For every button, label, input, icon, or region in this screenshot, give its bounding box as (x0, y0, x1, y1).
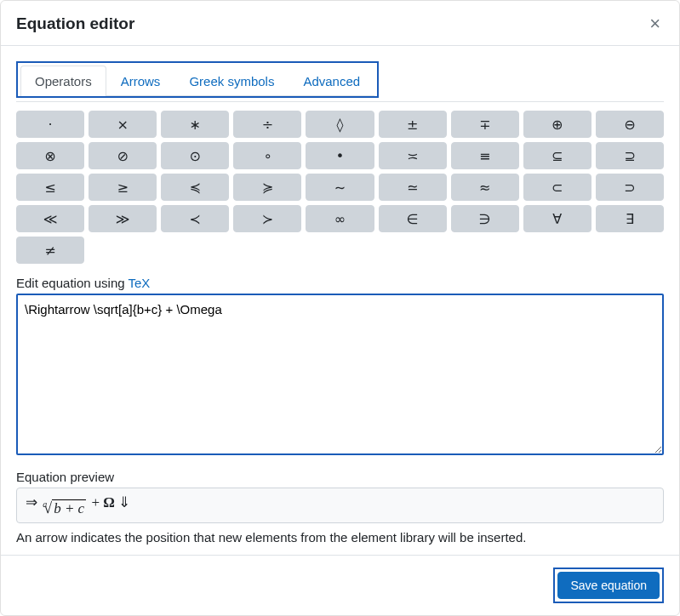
operator-button[interactable]: ∘ (233, 142, 301, 169)
operator-button[interactable]: ≡ (451, 142, 519, 169)
save-equation-button[interactable]: Save equation (557, 572, 660, 599)
close-button[interactable]: × (646, 14, 664, 33)
tabs-highlight-frame: OperatorsArrowsGreek symbolsAdvanced (16, 61, 379, 98)
operator-button[interactable]: ∀ (523, 205, 591, 232)
equation-editor-modal: Equation editor × OperatorsArrowsGreek s… (0, 0, 680, 616)
operator-grid: ·×∗÷◊±∓⊕⊖⊗⊘⊙∘•≍≡⊆⊇≤≥≼≽∼≃≈⊂⊃≪≫≺≻∞∈∋∀∃≠ (16, 111, 664, 264)
tex-input[interactable]: \Rightarrow \sqrt[a]{b+c} + \Omega (16, 294, 664, 455)
modal-header: Equation editor × (1, 1, 679, 46)
operator-button[interactable]: ≠ (16, 237, 84, 264)
preview-root: a √ b + c (43, 499, 86, 517)
operator-button[interactable]: ≤ (16, 174, 84, 201)
operator-button[interactable]: ≪ (16, 205, 84, 232)
preview-root-body: b + c (52, 499, 86, 517)
preview-omega: Ω (103, 494, 115, 510)
insert-help-text: An arrow indicates the position that new… (16, 530, 664, 545)
operator-button[interactable]: ⊖ (596, 111, 664, 138)
operator-button[interactable]: ∃ (596, 205, 664, 232)
preview-plus: + (91, 494, 100, 510)
operator-button[interactable]: ≍ (379, 142, 447, 169)
operator-button[interactable]: ∈ (379, 205, 447, 232)
operator-button[interactable]: ∗ (161, 111, 229, 138)
operator-button[interactable]: ≻ (233, 205, 301, 232)
save-highlight-frame: Save equation (553, 568, 664, 603)
operator-button[interactable]: ∞ (306, 205, 374, 232)
operator-button[interactable]: ≥ (89, 174, 157, 201)
tab-advanced[interactable]: Advanced (289, 66, 374, 96)
edit-equation-label: Edit equation using TeX (16, 276, 664, 290)
tab-arrows[interactable]: Arrows (106, 66, 175, 96)
preview-label: Equation preview (16, 470, 664, 484)
operator-button[interactable]: ⊕ (523, 111, 591, 138)
operator-button[interactable]: ⊙ (161, 142, 229, 169)
operator-button[interactable]: · (16, 111, 84, 138)
operator-button[interactable]: ∓ (451, 111, 519, 138)
modal-body: OperatorsArrowsGreek symbolsAdvanced ·×∗… (1, 46, 679, 555)
operator-button[interactable]: ≫ (89, 205, 157, 232)
tab-greek-symbols[interactable]: Greek symbols (174, 66, 289, 96)
modal-title: Equation editor (16, 14, 134, 33)
preview-insert-marker: ⇓ (118, 494, 130, 510)
operator-button[interactable]: ⊇ (596, 142, 664, 169)
equation-preview: ⇒ a √ b + c + Ω ⇓ (16, 488, 664, 523)
tabs: OperatorsArrowsGreek symbolsAdvanced (20, 66, 374, 96)
operator-button[interactable]: ÷ (233, 111, 301, 138)
operator-button[interactable]: ◊ (306, 111, 374, 138)
operator-button[interactable]: ≈ (451, 174, 519, 201)
preview-rightarrow: ⇒ (26, 494, 37, 510)
operator-button[interactable]: ⊂ (523, 174, 591, 201)
operator-button[interactable]: • (306, 142, 374, 169)
operator-button[interactable]: ⊃ (596, 174, 664, 201)
tex-link[interactable]: TeX (129, 276, 151, 290)
operator-button[interactable]: ≼ (161, 174, 229, 201)
operator-button[interactable]: ∼ (306, 174, 374, 201)
operator-button[interactable]: ⊗ (16, 142, 84, 169)
operator-button[interactable]: × (89, 111, 157, 138)
operator-button[interactable]: ∋ (451, 205, 519, 232)
operator-button[interactable]: ± (379, 111, 447, 138)
operator-button[interactable]: ≺ (161, 205, 229, 232)
operator-button[interactable]: ≽ (233, 174, 301, 201)
operator-button[interactable]: ≃ (379, 174, 447, 201)
operator-button[interactable]: ⊘ (89, 142, 157, 169)
tab-operators[interactable]: Operators (20, 66, 106, 96)
modal-footer: Save equation (1, 555, 679, 615)
preview-root-index: a (43, 499, 47, 509)
operator-button[interactable]: ⊆ (523, 142, 591, 169)
edit-label-prefix: Edit equation using (16, 276, 129, 290)
